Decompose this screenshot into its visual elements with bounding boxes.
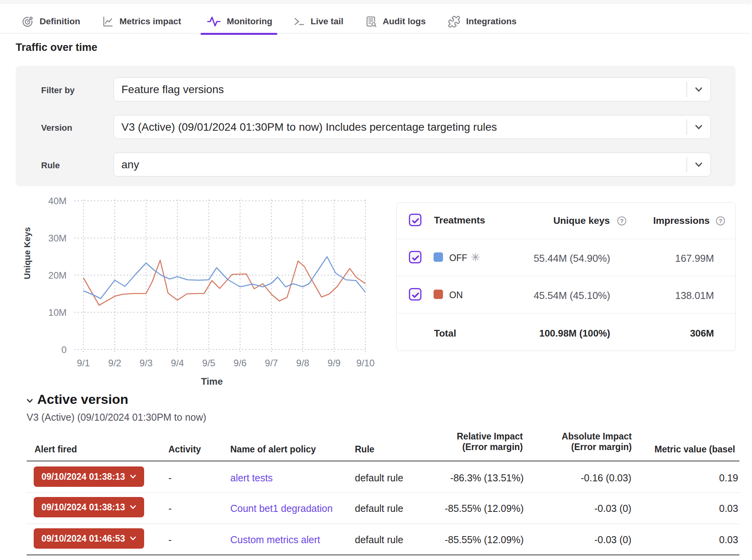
svg-text:40M: 40M: [48, 196, 67, 206]
svg-text:0: 0: [61, 344, 67, 355]
svg-text:9/8: 9/8: [296, 358, 309, 368]
svg-text:9/10: 9/10: [356, 358, 375, 368]
svg-text:9/1: 9/1: [77, 358, 90, 368]
svg-text:10M: 10M: [48, 307, 67, 318]
svg-text:9/4: 9/4: [171, 358, 184, 368]
svg-text:9/9: 9/9: [327, 358, 340, 368]
svg-text:9/3: 9/3: [139, 358, 152, 368]
svg-text:9/7: 9/7: [265, 358, 278, 368]
svg-text:30M: 30M: [48, 233, 67, 243]
svg-text:Unique Keys: Unique Keys: [22, 227, 32, 279]
svg-text:9/6: 9/6: [233, 358, 246, 368]
svg-text:9/5: 9/5: [202, 358, 215, 368]
svg-text:20M: 20M: [48, 270, 67, 281]
svg-text:9/2: 9/2: [108, 358, 121, 368]
svg-text:Time: Time: [201, 376, 223, 387]
